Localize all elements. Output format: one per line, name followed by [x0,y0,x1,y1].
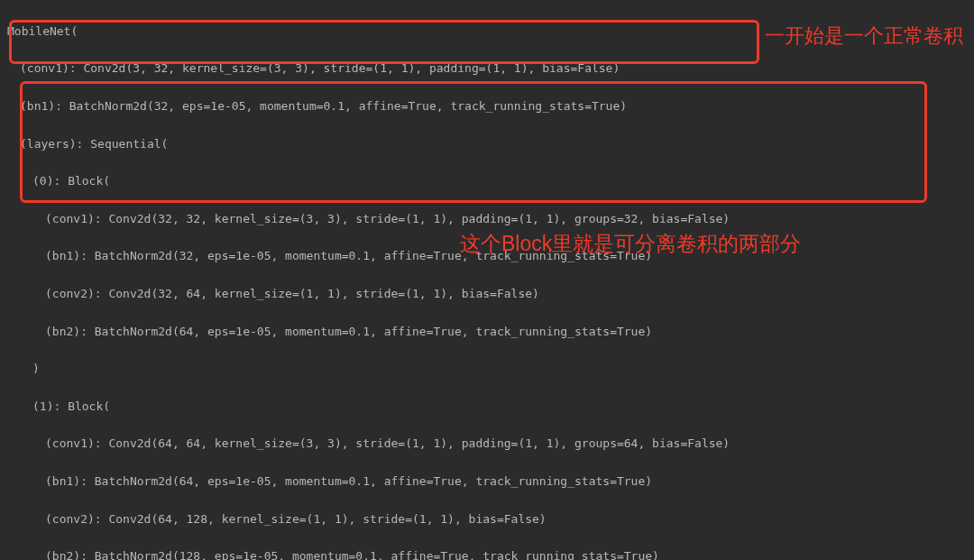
code-line: (conv1): Conv2d(64, 64, kernel_size=(3, … [7,435,751,454]
code-line: (conv2): Conv2d(64, 128, kernel_size=(1,… [7,510,751,529]
code-line: (1): Block( [7,398,751,417]
code-line: MobileNet( [7,23,751,41]
code-line: (conv2): Conv2d(32, 64, kernel_size=(1, … [7,285,751,304]
code-line: (bn2): BatchNorm2d(128, eps=1e-05, momen… [7,547,751,560]
code-line: (bn1): BatchNorm2d(64, eps=1e-05, moment… [7,473,751,491]
code-line: (bn2): BatchNorm2d(64, eps=1e-05, moment… [7,323,751,342]
code-line: (layers): Sequential( [7,135,751,154]
code-line: ) [7,360,751,379]
annotation-1: 一开始是一个正常卷积 [765,20,972,51]
code-line: (0): Block( [7,172,751,191]
code-line: (conv1): Conv2d(3, 32, kernel_size=(3, 3… [7,60,751,78]
code-line: (conv1): Conv2d(32, 32, kernel_size=(3, … [7,210,751,229]
annotation-2: 这个Block里就是可分离卷积的两部分 [460,227,801,261]
code-block: MobileNet( (conv1): Conv2d(3, 32, kernel… [0,19,758,560]
code-line: (bn1): BatchNorm2d(32, eps=1e-05, moment… [7,97,751,116]
